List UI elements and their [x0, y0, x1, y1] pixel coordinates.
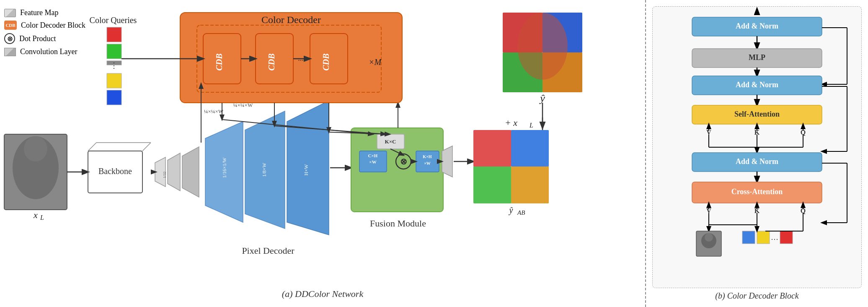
svg-rect-41	[107, 44, 121, 59]
fusion-label: Fusion Module	[370, 218, 426, 229]
color-query-red	[780, 231, 793, 244]
times-m-label: ×M	[369, 57, 382, 67]
svg-rect-45	[107, 90, 121, 105]
feature-map-3	[182, 147, 199, 197]
cdb-svg: Add & Norm MLP Add & Norm	[653, 7, 861, 288]
svg-line-5	[88, 143, 96, 151]
conv-after-fusion	[442, 146, 452, 177]
svg-rect-29	[473, 167, 511, 203]
svg-text:¼×¼×W: ¼×¼×W	[204, 108, 224, 114]
svg-text:1/8×W: 1/8×W	[261, 163, 267, 177]
caption-right: (b) Color Decoder Block	[715, 291, 798, 301]
svg-text:CDB: CDB	[267, 53, 276, 70]
svg-text:CDB: CDB	[214, 53, 224, 70]
svg-text:×W: ×W	[369, 159, 376, 164]
color-decoder-title: Color Decoder	[261, 14, 321, 25]
svg-text:MLP: MLP	[749, 53, 765, 62]
svg-text:1/32: 1/32	[163, 172, 167, 178]
svg-text:Add & Norm: Add & Norm	[736, 22, 778, 30]
color-query-blue	[742, 231, 755, 244]
svg-text:×W: ×W	[424, 161, 431, 166]
svg-text:Add & Norm: Add & Norm	[736, 81, 778, 89]
left-diagram-area: Feature Map CDB Color Decoder Block ⊗ Do…	[0, 0, 645, 307]
svg-point-104	[705, 233, 713, 242]
svg-rect-30	[511, 167, 549, 203]
main-diagram-svg: x L Backbone 1/32	[0, 0, 645, 298]
xl-label: x	[33, 210, 38, 220]
svg-rect-28	[511, 130, 549, 167]
svg-text:L: L	[40, 214, 44, 221]
svg-rect-44	[107, 73, 121, 88]
svg-text:K×H: K×H	[423, 154, 431, 159]
svg-text:1/16×1/W: 1/16×1/W	[222, 157, 227, 178]
svg-rect-40	[107, 27, 121, 42]
yhat-ab-label: ŷ	[509, 206, 513, 215]
svg-text:L: L	[529, 122, 533, 129]
right-panel: Add & Norm MLP Add & Norm	[645, 0, 868, 307]
svg-point-2	[24, 136, 47, 161]
caption-left: (a) DDColor Network	[282, 289, 363, 299]
svg-text:…: …	[771, 233, 778, 242]
svg-text:C×H: C×H	[368, 153, 378, 158]
cdb-diagram: Add & Norm MLP Add & Norm	[652, 6, 862, 288]
svg-rect-27	[473, 130, 511, 167]
svg-text:AB: AB	[517, 209, 525, 216]
plus-xl-label: + x	[505, 117, 517, 128]
svg-text:Add & Norm: Add & Norm	[736, 157, 778, 166]
svg-text:CDB: CDB	[321, 53, 331, 70]
color-query-yellow	[757, 231, 770, 244]
svg-text:⋮: ⋮	[110, 61, 118, 70]
svg-text:⊗: ⊗	[400, 157, 407, 166]
svg-text:...: ...	[298, 54, 304, 62]
svg-point-58	[517, 13, 568, 80]
svg-text:Self-Attention: Self-Attention	[734, 110, 780, 118]
feature-map-2	[168, 153, 180, 191]
color-queries-label: Color Queries	[90, 16, 137, 25]
pixel-decoder-label: Pixel Decoder	[242, 245, 294, 256]
svg-text:H×W: H×W	[303, 164, 309, 175]
svg-text:Cross-Attention: Cross-Attention	[731, 187, 783, 196]
yhat-label: ŷ	[539, 92, 545, 104]
main-container: Feature Map CDB Color Decoder Block ⊗ Do…	[0, 0, 868, 307]
backbone-label: Backbone	[98, 167, 132, 176]
svg-line-6	[142, 143, 151, 151]
svg-text:K×C: K×C	[385, 138, 396, 145]
